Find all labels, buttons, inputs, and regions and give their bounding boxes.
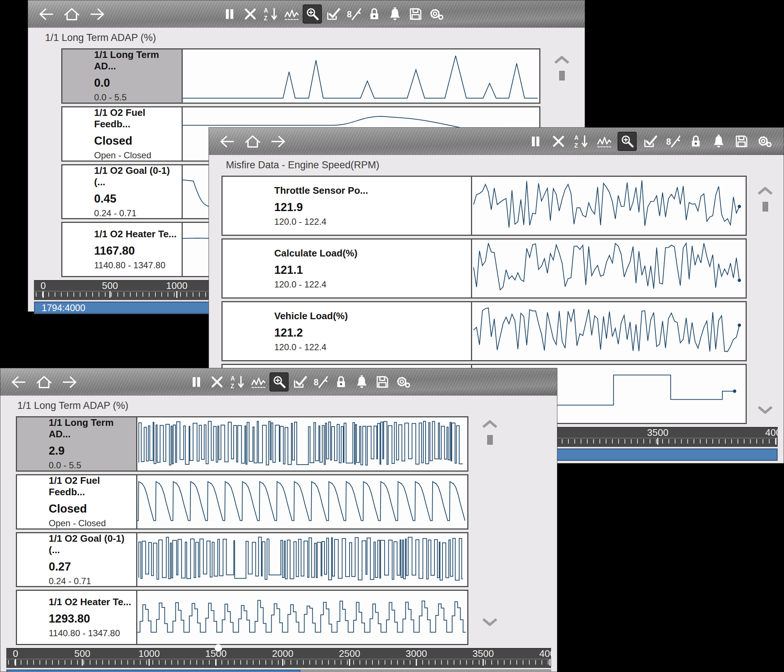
- confirm-button[interactable]: [641, 132, 660, 151]
- alerts-button[interactable]: [385, 5, 404, 23]
- scroll-down-button[interactable]: [757, 406, 773, 415]
- settings-button[interactable]: [755, 132, 774, 151]
- svg-text:3500: 3500: [647, 428, 669, 438]
- parameter-tile[interactable]: 1/1 O2 Fuel Feedb... Closed Open - Close…: [62, 107, 183, 160]
- scroll-thumb[interactable]: [559, 71, 565, 81]
- zoom-button[interactable]: [303, 5, 322, 23]
- home-button[interactable]: [243, 132, 262, 151]
- graph-view-button[interactable]: [595, 132, 614, 151]
- parameter-label: 1/1 O2 Fuel Feedb...: [49, 475, 136, 498]
- parameter-range: 1140.80 - 1347.80: [49, 628, 136, 638]
- sort-button[interactable]: [228, 372, 247, 392]
- scroll-thumb[interactable]: [487, 435, 493, 445]
- parameter-label: Calculate Load(%): [274, 247, 471, 259]
- custom-data-button[interactable]: [344, 5, 363, 23]
- custom-data-button[interactable]: [663, 132, 683, 151]
- close-button[interactable]: [241, 5, 260, 23]
- lock-button[interactable]: [686, 132, 705, 151]
- back-button[interactable]: [217, 132, 236, 151]
- sort-button[interactable]: [261, 5, 280, 23]
- pause-button[interactable]: [220, 5, 239, 23]
- home-button[interactable]: [34, 372, 53, 392]
- parameter-graph[interactable]: [137, 417, 467, 470]
- parameter-tile[interactable]: Calculate Load(%) 121.1 120.0 - 122.4: [222, 240, 472, 297]
- lock-icon: [367, 6, 382, 22]
- custom-data-button[interactable]: [311, 372, 330, 392]
- sort-button[interactable]: [572, 132, 591, 151]
- settings-button[interactable]: [394, 372, 413, 392]
- parameter-label: Vehicle Load(%): [274, 310, 471, 322]
- parameter-label: 1/1 O2 Heater Te...: [49, 596, 136, 608]
- parameter-tile[interactable]: 1/1 O2 Fuel Feedb... Closed Open - Close…: [17, 475, 137, 529]
- parameter-tile[interactable]: 1/1 O2 Heater Te... 1293.80 1140.80 - 13…: [17, 591, 137, 644]
- parameter-value: 1167.80: [94, 244, 182, 258]
- page-title: 1/1 Long Term ADAP (%): [28, 28, 585, 48]
- chevron-up-icon: [554, 56, 570, 64]
- parameter-tile[interactable]: Throttle Sensor Po... 121.9 120.0 - 122.…: [222, 177, 472, 235]
- parameter-value: 121.1: [274, 263, 471, 277]
- parameter-graph[interactable]: [137, 591, 467, 644]
- parameter-tile[interactable]: Vehicle Load(%) 121.2 120.0 - 122.4: [222, 302, 472, 360]
- alerts-button[interactable]: [709, 132, 728, 151]
- forward-button[interactable]: [60, 372, 79, 392]
- scroll-fill[interactable]: 2158:4000: [7, 670, 300, 672]
- scroll-up-button[interactable]: [482, 420, 498, 429]
- save-button[interactable]: [732, 132, 751, 151]
- parameter-value: 121.2: [274, 326, 471, 339]
- parameter-tile[interactable]: 1/1 O2 Goal (0-1) (... 0.45 0.24 - 0.71: [62, 165, 183, 218]
- toolbar: [0, 368, 557, 396]
- parameter-graph[interactable]: [137, 533, 467, 586]
- alerts-button[interactable]: [352, 372, 371, 392]
- parameter-tile[interactable]: 1/1 Long Term AD... 2.9 0.0 - 5.5: [17, 417, 137, 470]
- parameter-graph[interactable]: [472, 302, 746, 360]
- parameter-graph[interactable]: [183, 50, 539, 103]
- parameter-tile[interactable]: 1/1 O2 Goal (0-1) (... 0.27 0.24 - 0.71: [17, 533, 137, 586]
- back-button[interactable]: [8, 372, 28, 392]
- svg-text:4000: 4000: [765, 428, 778, 438]
- range-scrollbar[interactable]: 2158:4000: [6, 669, 551, 672]
- scroll-down-button[interactable]: [482, 618, 498, 627]
- parameter-label: 1/1 O2 Heater Te...: [94, 229, 182, 240]
- checkmark-icon: [325, 6, 341, 22]
- close-button[interactable]: [207, 372, 227, 392]
- confirm-button[interactable]: [324, 5, 342, 23]
- scroll-up-button[interactable]: [554, 56, 570, 65]
- pause-button[interactable]: [526, 132, 545, 151]
- graph-view-button[interactable]: [249, 372, 268, 392]
- position-slider-track[interactable]: [156, 647, 404, 648]
- parameter-graph[interactable]: [472, 240, 746, 297]
- graph-view-button[interactable]: [282, 5, 301, 23]
- pause-button[interactable]: [187, 372, 206, 392]
- close-button[interactable]: [549, 132, 568, 151]
- parameter-row: 1/1 O2 Goal (0-1) (... 0.27 0.24 - 0.71: [16, 532, 468, 588]
- svg-text:2000: 2000: [272, 649, 294, 659]
- zoom-button[interactable]: [269, 372, 289, 392]
- save-button[interactable]: [406, 5, 425, 23]
- parameter-label: 1/1 O2 Fuel Feedb...: [94, 107, 182, 130]
- lock-icon: [688, 134, 703, 149]
- parameter-graph[interactable]: [137, 475, 467, 529]
- parameter-tile[interactable]: 1/1 Long Term AD... 0.0 0.0 - 5.5: [62, 50, 183, 103]
- forward-button[interactable]: [269, 132, 288, 151]
- timeline-ruler[interactable]: 05001000150020002500300035004000: [6, 648, 551, 668]
- parameter-list: 1/1 Long Term AD... 2.9 0.0 - 5.5 1/1 O2…: [16, 415, 468, 648]
- nav-group: [28, 5, 107, 23]
- forward-button[interactable]: [88, 5, 107, 23]
- lock-button[interactable]: [331, 372, 351, 392]
- lock-button[interactable]: [365, 5, 384, 23]
- position-slider-handle[interactable]: [215, 644, 222, 652]
- zoom-button[interactable]: [618, 132, 637, 151]
- home-button[interactable]: [62, 5, 81, 23]
- scroll-thumb[interactable]: [762, 202, 768, 212]
- scroll-up-button[interactable]: [757, 187, 773, 196]
- save-button[interactable]: [373, 372, 392, 392]
- parameter-tile[interactable]: 1/1 O2 Heater Te... 1167.80 1140.80 - 13…: [62, 223, 183, 276]
- action-group: [187, 368, 413, 396]
- settings-button[interactable]: [427, 5, 446, 23]
- forward-arrow-icon: [61, 373, 79, 391]
- bell-icon: [711, 134, 726, 149]
- chevron-down-icon: [482, 618, 498, 626]
- parameter-graph[interactable]: [472, 177, 746, 235]
- back-button[interactable]: [36, 5, 55, 23]
- confirm-button[interactable]: [290, 372, 309, 392]
